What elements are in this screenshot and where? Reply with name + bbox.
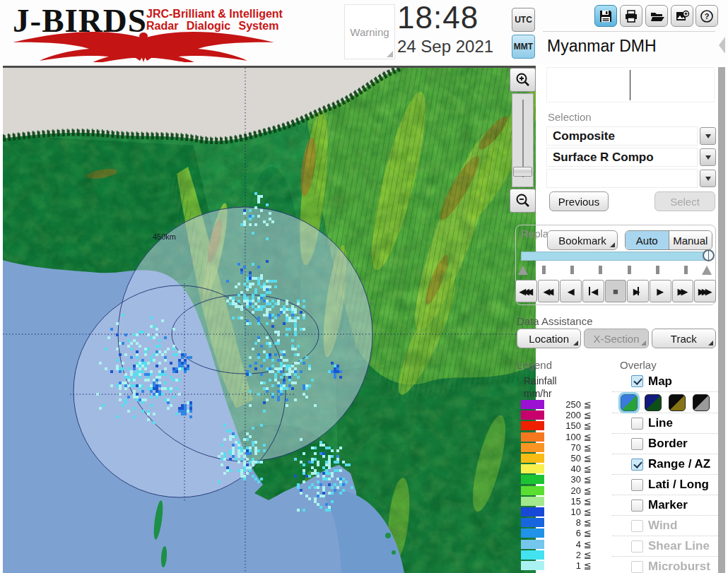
zoom-in-button[interactable] <box>510 68 536 92</box>
dropdown-arrow-button[interactable] <box>700 127 716 145</box>
bookmark-label: Bookmark <box>558 235 606 247</box>
replay-tick-row <box>518 264 712 276</box>
legend-scale: 250≦200≦150≦100≦70≦50≦40≦30≦20≦15≦10≦8≦6… <box>521 399 609 571</box>
overlay-list: MapLineBorderRange / AZLati / LongMarker… <box>612 371 718 573</box>
auto-mode-button[interactable]: Auto <box>626 231 669 249</box>
open-folder-button[interactable] <box>645 5 668 27</box>
track-button[interactable]: Track <box>652 329 716 348</box>
selection-dropdown-2[interactable]: Surface R Compo <box>546 148 716 167</box>
zoom-slider-handle[interactable] <box>513 167 532 177</box>
selection-dropdown-1[interactable]: Composite <box>546 126 716 146</box>
legend-entry: 30≦ <box>521 474 609 485</box>
overlay-item-lati-long[interactable]: Lati / Long <box>612 474 718 495</box>
add-image-icon <box>675 9 690 23</box>
legend-le-symbol: ≦ <box>584 539 592 550</box>
dropdown-value[interactable]: Surface R Compo <box>546 148 698 167</box>
map-style-swatch-3[interactable] <box>669 394 686 411</box>
chevron-down-icon <box>705 134 711 138</box>
step-forward-button[interactable]: ▶ <box>627 280 649 302</box>
legend-color-swatch <box>521 421 544 430</box>
dropdown-arrow-button[interactable] <box>700 170 716 187</box>
manual-mode-button[interactable]: Manual <box>669 231 712 249</box>
checkbox[interactable] <box>631 438 643 450</box>
overlay-item-border[interactable]: Border <box>612 433 718 454</box>
bookmark-button[interactable]: Bookmark <box>547 230 618 250</box>
tick-mark <box>684 266 688 274</box>
dropdown-value[interactable] <box>546 169 698 188</box>
selection-dropdown-3[interactable] <box>546 169 716 188</box>
overlay-item-range-az[interactable]: Range / AZ <box>612 454 718 474</box>
legend-entry: 6≦ <box>521 528 609 538</box>
replay-progress-bar <box>521 252 709 261</box>
stop-button[interactable]: ■ <box>605 280 627 302</box>
map-style-swatch-1[interactable] <box>621 394 638 411</box>
forward-fast-button[interactable]: ▶▶▶ <box>694 280 716 302</box>
resize-grip-icon[interactable] <box>387 51 393 57</box>
legend-color-swatch <box>521 507 544 516</box>
button-label: Location <box>529 333 569 345</box>
data-assistance-buttons: LocationX-SectionTrack <box>517 329 716 348</box>
legend-le-symbol: ≦ <box>584 517 592 528</box>
print-button[interactable] <box>620 5 642 27</box>
legend-color-swatch <box>521 497 544 506</box>
legend-le-symbol: ≦ <box>584 442 592 453</box>
zoom-slider-track[interactable] <box>512 93 534 187</box>
control-panel: Selection Composite Surface R Compo Prev… <box>539 64 720 573</box>
play-backward-button[interactable]: ◀ <box>560 280 582 302</box>
site-title: Myanmar DMH <box>547 37 657 56</box>
header-bar: J-BIRDS JRC-Brilliant & Intelligent Rada… <box>0 0 728 64</box>
eagle-logo-icon <box>8 28 278 62</box>
dropdown-arrow-button[interactable] <box>700 148 716 166</box>
zoom-out-button[interactable] <box>510 189 536 213</box>
previous-button[interactable]: Previous <box>549 191 609 211</box>
x-section-button: X-Section <box>584 329 648 348</box>
checkbox[interactable] <box>631 459 643 471</box>
play-button[interactable]: ▶ <box>650 280 671 302</box>
header-separator <box>543 31 715 32</box>
radar-map[interactable]: 450km <box>3 66 536 573</box>
overlay-item-marker[interactable]: Marker <box>612 495 718 515</box>
select-button[interactable]: Select <box>654 191 715 211</box>
checkbox <box>631 520 643 532</box>
step-back-button[interactable]: ◀ <box>582 280 604 302</box>
checkbox[interactable] <box>631 375 643 387</box>
utc-button[interactable]: UTC <box>512 8 535 32</box>
save-button[interactable] <box>594 5 617 27</box>
legend-value: 30 <box>544 474 581 485</box>
panel-collapse-arrow-icon[interactable] <box>719 37 725 54</box>
legend-entry: 4≦ <box>521 538 609 549</box>
legend-value: 6 <box>544 528 581 538</box>
legend-le-symbol: ≦ <box>584 485 592 496</box>
legend-color-swatch <box>521 540 544 549</box>
warning-panel[interactable]: Warning <box>344 4 395 59</box>
replay-slider[interactable] <box>521 252 709 261</box>
legend-entry: 20≦ <box>521 485 609 496</box>
forward-button[interactable]: ▶▶ <box>672 280 694 302</box>
vertical-scrollbar[interactable] <box>718 67 725 573</box>
overlay-item-wind: Wind <box>612 515 718 536</box>
rewind-button[interactable]: ◀◀ <box>538 280 560 302</box>
range-start-marker[interactable] <box>518 266 528 275</box>
dropdown-value[interactable]: Composite <box>546 126 698 146</box>
overlay-item-map[interactable]: Map <box>612 371 718 391</box>
site-name-box[interactable] <box>546 67 715 102</box>
svg-text:?: ? <box>705 12 710 20</box>
add-image-button[interactable] <box>671 5 693 27</box>
legend-value: 2 <box>544 550 581 560</box>
rewind-fast-button[interactable]: ◀◀◀ <box>515 280 537 302</box>
help-button[interactable]: ? <box>695 5 718 27</box>
overlay-item-label: Microburst <box>648 560 710 573</box>
checkbox[interactable] <box>631 418 643 430</box>
overlay-item-line[interactable]: Line <box>612 413 718 433</box>
mmt-button[interactable]: MMT <box>512 35 535 59</box>
save-icon <box>599 9 613 23</box>
map-zoom-control <box>510 68 536 213</box>
legend-color-swatch <box>521 518 544 527</box>
checkbox[interactable] <box>631 479 643 491</box>
replay-slider-knob[interactable] <box>703 249 715 261</box>
location-button[interactable]: Location <box>517 329 581 348</box>
map-style-swatch-2[interactable] <box>645 394 662 411</box>
map-style-swatch-4[interactable] <box>693 394 710 411</box>
range-end-marker[interactable] <box>702 266 712 275</box>
checkbox[interactable] <box>631 500 643 512</box>
